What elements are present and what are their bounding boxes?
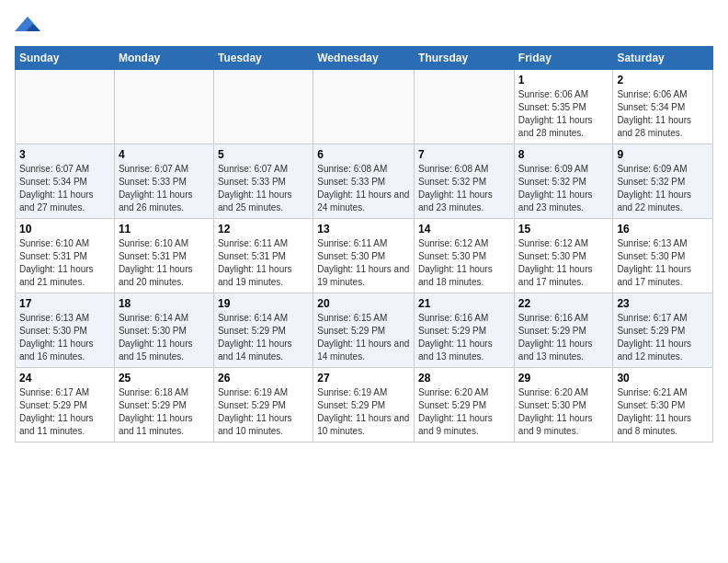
day-info: Sunrise: 6:12 AMSunset: 5:30 PMDaylight:…	[518, 238, 593, 287]
day-number: 28	[418, 372, 510, 385]
calendar-day-cell: 19Sunrise: 6:14 AMSunset: 5:29 PMDayligh…	[213, 293, 313, 368]
day-info: Sunrise: 6:13 AMSunset: 5:30 PMDaylight:…	[617, 238, 691, 287]
day-number: 9	[617, 148, 709, 161]
day-info: Sunrise: 6:17 AMSunset: 5:29 PMDaylight:…	[617, 313, 691, 362]
calendar-day-cell	[16, 70, 115, 144]
day-info: Sunrise: 6:07 AMSunset: 5:33 PMDaylight:…	[119, 164, 193, 213]
day-number: 5	[218, 148, 309, 161]
page-header	[15, 15, 713, 35]
calendar-day-cell: 10Sunrise: 6:10 AMSunset: 5:31 PMDayligh…	[16, 219, 115, 293]
calendar-day-cell: 27Sunrise: 6:19 AMSunset: 5:29 PMDayligh…	[313, 368, 415, 442]
day-number: 16	[617, 223, 709, 236]
day-number: 6	[317, 148, 410, 161]
day-number: 20	[317, 297, 410, 310]
calendar-table: SundayMondayTuesdayWednesdayThursdayFrid…	[15, 46, 713, 442]
calendar-week-row: 24Sunrise: 6:17 AMSunset: 5:29 PMDayligh…	[16, 368, 713, 442]
day-number: 3	[19, 148, 110, 161]
calendar-day-cell: 22Sunrise: 6:16 AMSunset: 5:29 PMDayligh…	[514, 293, 613, 368]
day-number: 4	[119, 148, 210, 161]
calendar-day-cell	[313, 70, 415, 144]
day-info: Sunrise: 6:08 AMSunset: 5:32 PMDaylight:…	[418, 164, 493, 213]
calendar-day-cell: 4Sunrise: 6:07 AMSunset: 5:33 PMDaylight…	[114, 144, 213, 219]
calendar-day-cell: 13Sunrise: 6:11 AMSunset: 5:30 PMDayligh…	[313, 219, 415, 293]
day-number: 24	[19, 372, 110, 385]
day-info: Sunrise: 6:10 AMSunset: 5:31 PMDaylight:…	[19, 238, 94, 287]
weekday-header-saturday: Saturday	[613, 47, 713, 70]
calendar-day-cell: 8Sunrise: 6:09 AMSunset: 5:32 PMDaylight…	[514, 144, 613, 219]
day-number: 10	[19, 223, 110, 236]
day-info: Sunrise: 6:06 AMSunset: 5:34 PMDaylight:…	[617, 89, 691, 138]
day-info: Sunrise: 6:14 AMSunset: 5:29 PMDaylight:…	[218, 313, 292, 362]
calendar-day-cell: 26Sunrise: 6:19 AMSunset: 5:29 PMDayligh…	[213, 368, 313, 442]
calendar-day-cell: 7Sunrise: 6:08 AMSunset: 5:32 PMDaylight…	[415, 144, 515, 219]
day-info: Sunrise: 6:06 AMSunset: 5:35 PMDaylight:…	[518, 89, 593, 138]
calendar-day-cell: 18Sunrise: 6:14 AMSunset: 5:30 PMDayligh…	[114, 293, 213, 368]
calendar-day-cell: 28Sunrise: 6:20 AMSunset: 5:29 PMDayligh…	[415, 368, 515, 442]
day-number: 30	[617, 372, 709, 385]
calendar-day-cell: 9Sunrise: 6:09 AMSunset: 5:32 PMDaylight…	[613, 144, 713, 219]
calendar-day-cell: 14Sunrise: 6:12 AMSunset: 5:30 PMDayligh…	[415, 219, 515, 293]
day-info: Sunrise: 6:19 AMSunset: 5:29 PMDaylight:…	[317, 387, 409, 436]
day-info: Sunrise: 6:13 AMSunset: 5:30 PMDaylight:…	[19, 313, 94, 362]
day-number: 11	[119, 223, 210, 236]
day-info: Sunrise: 6:09 AMSunset: 5:32 PMDaylight:…	[617, 164, 691, 213]
day-number: 2	[617, 74, 709, 86]
calendar-day-cell: 15Sunrise: 6:12 AMSunset: 5:30 PMDayligh…	[514, 219, 613, 293]
day-info: Sunrise: 6:20 AMSunset: 5:29 PMDaylight:…	[418, 387, 493, 436]
weekday-header-monday: Monday	[114, 47, 213, 70]
calendar-day-cell: 3Sunrise: 6:07 AMSunset: 5:34 PMDaylight…	[16, 144, 115, 219]
calendar-week-row: 10Sunrise: 6:10 AMSunset: 5:31 PMDayligh…	[16, 219, 713, 293]
calendar-week-row: 17Sunrise: 6:13 AMSunset: 5:30 PMDayligh…	[16, 293, 713, 368]
day-info: Sunrise: 6:11 AMSunset: 5:30 PMDaylight:…	[317, 238, 409, 287]
calendar-day-cell: 5Sunrise: 6:07 AMSunset: 5:33 PMDaylight…	[213, 144, 313, 219]
day-number: 27	[317, 372, 410, 385]
day-number: 8	[518, 148, 609, 161]
calendar-day-cell: 17Sunrise: 6:13 AMSunset: 5:30 PMDayligh…	[16, 293, 115, 368]
day-info: Sunrise: 6:12 AMSunset: 5:30 PMDaylight:…	[418, 238, 493, 287]
day-info: Sunrise: 6:07 AMSunset: 5:33 PMDaylight:…	[218, 164, 292, 213]
day-info: Sunrise: 6:17 AMSunset: 5:29 PMDaylight:…	[19, 387, 94, 436]
calendar-day-cell: 29Sunrise: 6:20 AMSunset: 5:30 PMDayligh…	[514, 368, 613, 442]
day-number: 1	[518, 74, 609, 86]
calendar-day-cell	[415, 70, 515, 144]
day-info: Sunrise: 6:14 AMSunset: 5:30 PMDaylight:…	[119, 313, 193, 362]
day-number: 29	[518, 372, 609, 385]
day-info: Sunrise: 6:07 AMSunset: 5:34 PMDaylight:…	[19, 164, 94, 213]
day-info: Sunrise: 6:19 AMSunset: 5:29 PMDaylight:…	[218, 387, 292, 436]
day-number: 19	[218, 297, 309, 310]
calendar-day-cell: 21Sunrise: 6:16 AMSunset: 5:29 PMDayligh…	[415, 293, 515, 368]
day-number: 12	[218, 223, 309, 236]
calendar-day-cell	[114, 70, 213, 144]
day-info: Sunrise: 6:16 AMSunset: 5:29 PMDaylight:…	[418, 313, 493, 362]
day-number: 7	[418, 148, 510, 161]
calendar-day-cell: 23Sunrise: 6:17 AMSunset: 5:29 PMDayligh…	[613, 293, 713, 368]
day-info: Sunrise: 6:20 AMSunset: 5:30 PMDaylight:…	[518, 387, 593, 436]
day-number: 13	[317, 223, 410, 236]
logo-icon	[15, 15, 40, 35]
day-info: Sunrise: 6:15 AMSunset: 5:29 PMDaylight:…	[317, 313, 409, 362]
day-info: Sunrise: 6:09 AMSunset: 5:32 PMDaylight:…	[518, 164, 593, 213]
calendar-day-cell: 2Sunrise: 6:06 AMSunset: 5:34 PMDaylight…	[613, 70, 713, 144]
calendar-day-cell: 16Sunrise: 6:13 AMSunset: 5:30 PMDayligh…	[613, 219, 713, 293]
calendar-week-row: 3Sunrise: 6:07 AMSunset: 5:34 PMDaylight…	[16, 144, 713, 219]
calendar-day-cell: 24Sunrise: 6:17 AMSunset: 5:29 PMDayligh…	[16, 368, 115, 442]
weekday-header-friday: Friday	[514, 47, 613, 70]
weekday-header-wednesday: Wednesday	[313, 47, 415, 70]
day-number: 17	[19, 297, 110, 310]
calendar-day-cell: 12Sunrise: 6:11 AMSunset: 5:31 PMDayligh…	[213, 219, 313, 293]
day-number: 18	[119, 297, 210, 310]
day-info: Sunrise: 6:11 AMSunset: 5:31 PMDaylight:…	[218, 238, 292, 287]
day-info: Sunrise: 6:10 AMSunset: 5:31 PMDaylight:…	[119, 238, 193, 287]
day-number: 26	[218, 372, 309, 385]
logo	[15, 15, 44, 35]
day-number: 23	[617, 297, 709, 310]
day-number: 21	[418, 297, 510, 310]
calendar-day-cell: 11Sunrise: 6:10 AMSunset: 5:31 PMDayligh…	[114, 219, 213, 293]
weekday-header-thursday: Thursday	[415, 47, 515, 70]
day-number: 22	[518, 297, 609, 310]
day-number: 15	[518, 223, 609, 236]
day-number: 14	[418, 223, 510, 236]
calendar-day-cell: 6Sunrise: 6:08 AMSunset: 5:33 PMDaylight…	[313, 144, 415, 219]
weekday-header-sunday: Sunday	[16, 47, 115, 70]
calendar-week-row: 1Sunrise: 6:06 AMSunset: 5:35 PMDaylight…	[16, 70, 713, 144]
